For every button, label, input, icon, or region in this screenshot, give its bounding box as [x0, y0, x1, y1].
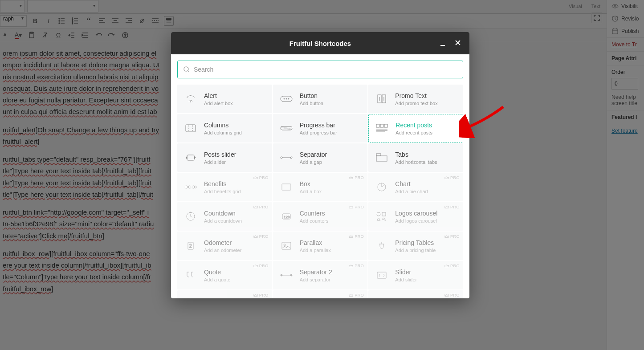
card-subtitle: Add a quote	[204, 277, 230, 282]
svg-point-89	[290, 274, 292, 276]
card-title: Progress bar	[300, 121, 337, 129]
card-icon	[183, 121, 198, 135]
shortcode-card-partial[interactable]: PRO	[368, 290, 463, 298]
close-button[interactable]	[453, 38, 462, 47]
card-title: Counters	[300, 209, 329, 217]
shortcode-card-slider[interactable]: Slider Add slider PRO	[368, 261, 463, 289]
shortcode-card-odometer[interactable]: 2 Odometer Add an odometer PRO	[177, 232, 272, 260]
card-title: Countdown	[204, 209, 242, 217]
card-icon	[279, 268, 293, 282]
svg-rect-56	[186, 125, 196, 132]
card-icon	[183, 180, 198, 194]
card-subtitle: Add alert box	[204, 101, 233, 106]
card-icon	[279, 239, 293, 253]
shortcode-card-quote[interactable]: Quote Add a quote PRO	[177, 261, 272, 289]
pro-badge: PRO	[444, 264, 460, 268]
card-subtitle: Add a countdown	[204, 218, 242, 224]
svg-point-46	[184, 67, 188, 71]
pro-badge: PRO	[349, 264, 364, 268]
svg-point-81	[377, 212, 380, 216]
svg-point-74	[192, 186, 195, 188]
card-icon	[183, 209, 198, 224]
shortcode-card-columns[interactable]: Columns Add columns grid	[177, 114, 272, 142]
pro-badge: PRO	[253, 264, 269, 268]
card-title: Odometer	[204, 239, 241, 247]
card-subtitle: Add counters	[300, 218, 329, 224]
card-icon	[375, 268, 389, 282]
card-subtitle: Add columns grid	[204, 130, 242, 135]
card-title: Tabs	[395, 151, 437, 159]
search-input[interactable]	[194, 66, 457, 73]
shortcode-card-recent-posts[interactable]: Recent posts Add recent posts	[368, 114, 463, 142]
svg-rect-62	[384, 124, 387, 127]
svg-point-50	[286, 98, 287, 99]
card-icon	[183, 151, 198, 165]
shortcode-card-promo-text[interactable]: Promo Text Add promo text box	[368, 85, 463, 113]
shortcode-card-logos-carousel[interactable]: Logos carousel Add logos carousel PRO	[368, 202, 463, 231]
card-icon: 2	[183, 239, 198, 253]
pro-badge: PRO	[444, 205, 460, 209]
pro-badge: PRO	[253, 205, 269, 209]
card-subtitle: Add separator	[300, 277, 332, 282]
pro-badge: PRO	[253, 293, 269, 297]
svg-point-72	[185, 186, 187, 188]
card-title: Chart	[395, 180, 428, 188]
card-icon	[375, 121, 389, 135]
shortcode-card-pricing-tables[interactable]: Pricing Tables Add a pricing table PRO	[368, 232, 463, 260]
shortcode-card-button[interactable]: Button Add button	[273, 85, 368, 113]
card-title: Posts slider	[204, 151, 236, 159]
card-icon	[279, 121, 293, 135]
card-title: Quote	[204, 268, 230, 276]
card-subtitle: Add slider	[204, 159, 236, 165]
shortcode-card-posts-slider[interactable]: Posts slider Add slider	[177, 143, 272, 172]
svg-rect-66	[187, 155, 194, 160]
shortcode-card-benefits[interactable]: Benefits Add benefits grid PRO	[177, 173, 272, 201]
modal-header: Fruitful Shortcodes	[171, 32, 469, 54]
svg-point-86	[284, 244, 285, 246]
card-icon	[375, 151, 389, 165]
pro-badge: PRO	[349, 293, 364, 297]
pro-badge: PRO	[444, 175, 460, 180]
card-icon	[183, 268, 198, 282]
svg-rect-82	[382, 212, 386, 216]
shortcode-card-chart[interactable]: Chart Add a pie chart PRO	[368, 173, 463, 201]
card-icon	[375, 209, 389, 224]
pro-badge: PRO	[253, 234, 269, 239]
shortcode-card-counters[interactable]: 123 Counters Add counters PRO	[273, 202, 368, 231]
svg-rect-90	[377, 272, 386, 278]
card-title: Parallax	[300, 239, 331, 247]
card-subtitle: Add a gap	[300, 159, 327, 165]
shortcode-card-progress-bar[interactable]: Progress bar Add progress bar	[273, 114, 368, 142]
svg-rect-61	[380, 124, 383, 127]
search-wrap	[177, 61, 463, 78]
shortcode-card-separator[interactable]: Separator Add a gap	[273, 143, 368, 172]
card-subtitle: Add horizontal tabs	[395, 159, 437, 165]
card-title: Separator	[300, 151, 327, 159]
card-title: Pricing Tables	[395, 239, 436, 247]
shortcode-card-box[interactable]: Box Add a box PRO	[273, 173, 368, 201]
minimize-button[interactable]	[438, 39, 447, 48]
svg-rect-60	[376, 124, 379, 127]
svg-rect-75	[282, 184, 291, 190]
shortcode-card-partial[interactable]: PRO	[177, 290, 272, 298]
card-icon	[375, 239, 389, 253]
card-subtitle: Add a box	[300, 189, 322, 194]
card-title: Logos carousel	[395, 209, 437, 217]
card-icon	[375, 180, 389, 194]
pro-badge: PRO	[444, 234, 460, 239]
card-title: Slider	[395, 268, 417, 276]
modal-title: Fruitful Shortcodes	[289, 40, 351, 47]
pro-badge: PRO	[253, 175, 269, 180]
shortcode-card-parallax[interactable]: Parallax Add a parallax PRO	[273, 232, 368, 260]
shortcode-card-countdown[interactable]: Countdown Add a countdown PRO	[177, 202, 272, 231]
shortcode-card-alert[interactable]: Alert Add alert box	[177, 85, 272, 113]
shortcode-card-partial[interactable]: PRO	[273, 290, 368, 298]
card-title: Benefits	[204, 180, 241, 188]
svg-rect-85	[282, 242, 291, 249]
shortcode-card-tabs[interactable]: Tabs Add horizontal tabs	[368, 143, 463, 172]
card-subtitle: Add logos carousel	[395, 218, 437, 224]
svg-point-49	[284, 98, 285, 99]
pro-badge: PRO	[349, 234, 364, 239]
pro-badge: PRO	[349, 175, 364, 180]
shortcode-card-separator-2[interactable]: Separator 2 Add separator PRO	[273, 261, 368, 289]
